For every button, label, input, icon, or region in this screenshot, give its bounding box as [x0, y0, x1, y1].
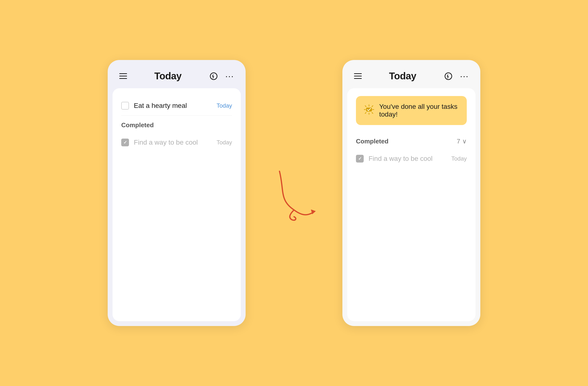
all-tasks-done-banner: You've done all your tasks today!	[356, 96, 467, 125]
right-more-options-icon[interactable]: ···	[460, 71, 469, 81]
completed-label: Completed	[121, 122, 154, 129]
svg-line-10	[365, 112, 366, 113]
left-header: Today ···	[108, 60, 246, 88]
right-completed-section-header: Completed 7 ∨	[356, 132, 467, 149]
menu-icon[interactable]	[119, 73, 127, 79]
svg-rect-11	[366, 108, 372, 111]
right-menu-icon[interactable]	[354, 73, 362, 79]
right-header-icons: ···	[443, 71, 469, 81]
svg-line-9	[372, 106, 373, 107]
task-date: Today	[217, 102, 232, 109]
task-checkbox[interactable]	[121, 102, 129, 110]
task-item[interactable]: Eat a hearty meal Today	[121, 96, 232, 116]
right-completed-task-checkbox[interactable]	[356, 155, 364, 163]
right-completed-label: Completed	[356, 138, 388, 145]
right-phone-card: Today ···	[342, 60, 480, 326]
completed-task-checkbox[interactable]	[121, 139, 129, 146]
completed-section-header: Completed	[121, 116, 232, 133]
right-page-title: Today	[389, 71, 416, 81]
karma-icon[interactable]	[209, 71, 218, 81]
completed-task-text: Find a way to be cool	[134, 139, 212, 146]
left-phone-card: Today ··· Eat a hearty meal Today Comple…	[108, 60, 246, 326]
right-completed-task-item[interactable]: Find a way to be cool Today	[356, 149, 467, 168]
completed-task-item[interactable]: Find a way to be cool Today	[121, 133, 232, 152]
left-content: Eat a hearty meal Today Completed Find a…	[112, 88, 241, 321]
left-page-title: Today	[154, 71, 182, 81]
completed-count[interactable]: 7 ∨	[457, 138, 467, 145]
right-completed-task-text: Find a way to be cool	[369, 155, 446, 163]
right-header: Today ···	[342, 60, 480, 88]
right-content: You've done all your tasks today! Comple…	[347, 88, 476, 321]
task-text: Eat a hearty meal	[134, 102, 212, 110]
completed-task-date: Today	[217, 139, 232, 146]
banner-icon	[364, 104, 374, 117]
svg-line-8	[372, 112, 373, 113]
transition-arrow	[265, 157, 323, 229]
svg-line-7	[365, 106, 366, 107]
more-options-icon[interactable]: ···	[225, 71, 234, 81]
right-completed-task-date: Today	[451, 155, 467, 162]
banner-text: You've done all your tasks today!	[379, 103, 459, 118]
left-header-icons: ···	[209, 71, 234, 81]
right-karma-icon[interactable]	[443, 71, 453, 81]
